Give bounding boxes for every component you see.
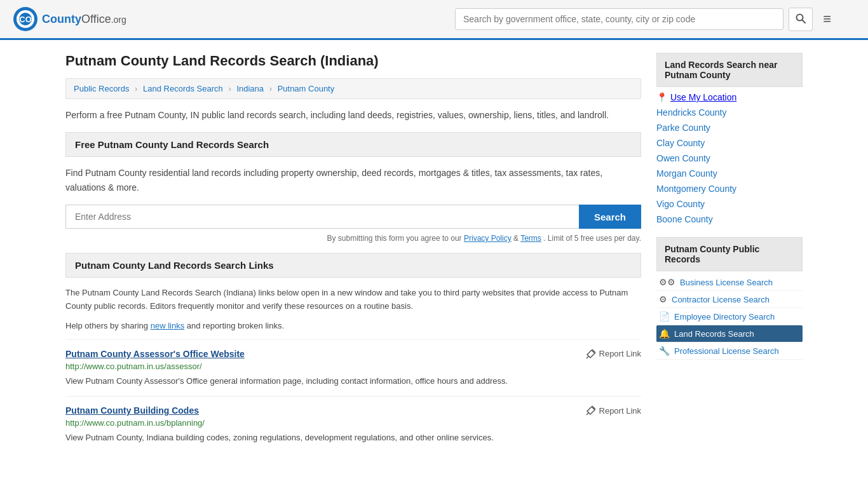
- gear-icon-business: ⚙⚙: [659, 277, 675, 287]
- page-title: Putnam County Land Records Search (India…: [65, 53, 641, 69]
- menu-button[interactable]: ≡: [818, 8, 836, 30]
- address-input[interactable]: [65, 205, 579, 229]
- sidebar-county-link-0[interactable]: Hendricks County: [656, 107, 803, 118]
- report-link-button-building[interactable]: Report Link: [586, 405, 641, 416]
- link-assessor-title[interactable]: Putnam County Assessor's Office Website: [65, 349, 245, 359]
- link-building-desc: View Putnam County, Indiana building cod…: [65, 431, 641, 444]
- main-container: Putnam County Land Records Search (India…: [53, 40, 815, 466]
- pub-record-contractor-link[interactable]: Contractor License Search: [672, 295, 770, 304]
- logo-text: CountyOffice.org: [42, 13, 126, 26]
- pub-record-business-link[interactable]: Business License Search: [680, 278, 773, 287]
- links-section-header: Putnam County Land Records Search Links: [65, 253, 641, 278]
- page-description: Perform a free Putnam County, IN public …: [65, 108, 641, 122]
- link-item-building: Putnam County Building Codes Report Link…: [65, 396, 641, 453]
- header-search-button[interactable]: [789, 8, 813, 31]
- bell-icon-land: 🔔: [659, 329, 670, 339]
- svg-line-5: [802, 20, 805, 23]
- content-area: Putnam County Land Records Search (India…: [65, 53, 641, 453]
- logo-area: CO CountyOffice.org: [13, 6, 126, 32]
- svg-line-8: [587, 413, 588, 415]
- pub-record-employee-link[interactable]: Employee Directory Search: [674, 312, 775, 322]
- use-location-button[interactable]: 📍 Use My Location: [656, 90, 803, 105]
- search-form: Search By submitting this form you agree…: [65, 205, 641, 243]
- link-building-url[interactable]: http://www.co.putnam.in.us/bplanning/: [65, 418, 641, 428]
- breadcrumb-public-records[interactable]: Public Records: [74, 84, 129, 93]
- form-terms-text: By submitting this form you agree to our: [327, 234, 462, 243]
- links-desc-2-end: and reporting broken links.: [187, 321, 284, 330]
- pub-record-business[interactable]: ⚙⚙ Business License Search: [656, 274, 803, 291]
- form-terms: By submitting this form you agree to our…: [65, 234, 641, 243]
- sidebar-county-link-7[interactable]: Boone County: [656, 214, 803, 224]
- breadcrumb-sep-2: ›: [228, 84, 231, 93]
- logo-icon: CO: [13, 6, 38, 32]
- breadcrumb-putnam-county[interactable]: Putnam County: [278, 84, 335, 93]
- links-desc-1: The Putnam County Land Records Search (I…: [65, 287, 641, 313]
- pub-record-professional[interactable]: 🔧 Professional License Search: [656, 342, 803, 360]
- nearby-counties-list: Hendricks County Parke County Clay Count…: [656, 105, 803, 227]
- sidebar-public-records-header: Putnam County Public Records: [656, 237, 803, 271]
- wrench-cross-icon: [586, 349, 596, 359]
- sidebar-county-link-5[interactable]: Montgomery County: [656, 184, 803, 194]
- free-search-header: Free Putnam County Land Records Search: [65, 132, 641, 157]
- link-item-assessor-header: Putnam County Assessor's Office Website …: [65, 349, 641, 359]
- sidebar-county-4: Morgan County: [656, 166, 803, 181]
- pub-record-employee[interactable]: 📄 Employee Directory Search: [656, 308, 803, 325]
- breadcrumb-indiana[interactable]: Indiana: [236, 84, 264, 93]
- link-assessor-desc: View Putnam County Assessor's Office gen…: [65, 375, 641, 388]
- sidebar-county-0: Hendricks County: [656, 105, 803, 120]
- public-records-list: ⚙⚙ Business License Search ⚙ Contractor …: [656, 274, 803, 360]
- pub-record-professional-link[interactable]: Professional License Search: [674, 346, 779, 356]
- report-link-label-building: Report Link: [599, 406, 641, 416]
- location-pin-icon: 📍: [656, 92, 667, 102]
- header: CO CountyOffice.org ≡: [0, 0, 868, 40]
- link-building-title[interactable]: Putnam County Building Codes: [65, 405, 199, 416]
- sidebar-county-2: Clay County: [656, 135, 803, 151]
- link-item-assessor: Putnam County Assessor's Office Website …: [65, 339, 641, 396]
- svg-line-6: [587, 356, 588, 358]
- pub-record-land-link[interactable]: Land Records Search: [674, 329, 754, 339]
- link-item-building-header: Putnam County Building Codes Report Link: [65, 405, 641, 416]
- sidebar-county-5: Montgomery County: [656, 181, 803, 196]
- links-section: Putnam County Land Records Search Links …: [65, 253, 641, 452]
- free-search-desc: Find Putnam County residential land reco…: [65, 166, 641, 194]
- pub-record-land[interactable]: 🔔 Land Records Search: [656, 325, 803, 342]
- use-location-link[interactable]: Use My Location: [670, 92, 736, 102]
- wrench-icon-professional: 🔧: [659, 346, 670, 356]
- sidebar-county-7: Boone County: [656, 212, 803, 227]
- links-desc-2: Help others by sharing new links and rep…: [65, 320, 641, 333]
- sidebar-county-link-1[interactable]: Parke County: [656, 123, 803, 133]
- gear-icon-contractor: ⚙: [659, 294, 667, 304]
- breadcrumb-land-records-search[interactable]: Land Records Search: [143, 84, 223, 93]
- sidebar-county-link-2[interactable]: Clay County: [656, 138, 803, 148]
- wrench-cross-icon-2: [586, 405, 596, 416]
- sidebar-county-3: Owen County: [656, 151, 803, 166]
- terms-link[interactable]: Terms: [520, 234, 541, 243]
- breadcrumb: Public Records › Land Records Search › I…: [65, 78, 641, 99]
- search-icon: [796, 13, 806, 24]
- breadcrumb-sep-1: ›: [135, 84, 137, 93]
- sidebar-county-link-6[interactable]: Vigo County: [656, 199, 803, 209]
- form-and: &: [513, 234, 520, 243]
- new-links-link[interactable]: new links: [151, 321, 184, 330]
- sidebar-county-6: Vigo County: [656, 196, 803, 212]
- privacy-policy-link[interactable]: Privacy Policy: [464, 234, 512, 243]
- breadcrumb-sep-3: ›: [269, 84, 272, 93]
- header-search-area: ≡: [455, 8, 836, 31]
- address-search-row: Search: [65, 205, 641, 229]
- report-link-button-assessor[interactable]: Report Link: [586, 349, 641, 359]
- sidebar-county-1: Parke County: [656, 120, 803, 135]
- sidebar-county-link-4[interactable]: Morgan County: [656, 168, 803, 179]
- doc-icon-employee: 📄: [659, 311, 670, 322]
- link-assessor-url[interactable]: http://www.co.putnam.in.us/assessor/: [65, 362, 641, 371]
- sidebar: Land Records Search near Putnam County 📍…: [656, 53, 803, 453]
- search-submit-button[interactable]: Search: [579, 205, 641, 229]
- report-link-label-assessor: Report Link: [599, 349, 641, 358]
- links-desc-2-text: Help others by sharing: [65, 321, 148, 330]
- form-limit: . Limit of 5 free uses per day.: [543, 234, 641, 243]
- sidebar-nearby-header: Land Records Search near Putnam County: [656, 53, 803, 87]
- sidebar-county-link-3[interactable]: Owen County: [656, 153, 803, 163]
- header-search-input[interactable]: [455, 8, 783, 30]
- pub-record-contractor[interactable]: ⚙ Contractor License Search: [656, 291, 803, 308]
- svg-text:CO: CO: [19, 15, 32, 24]
